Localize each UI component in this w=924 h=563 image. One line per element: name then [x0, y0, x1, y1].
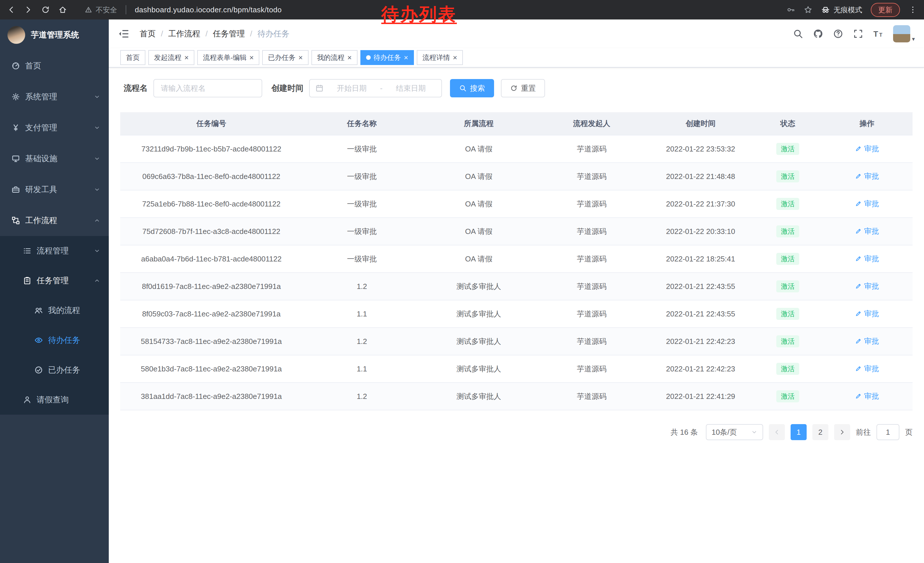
pager: 12 [769, 424, 850, 440]
cell-initiator: 芋道源码 [536, 218, 647, 245]
back-icon[interactable] [7, 6, 15, 14]
approve-link[interactable]: 审批 [855, 391, 879, 401]
address-bar[interactable]: dashboard.yudao.iocoder.cn/bpm/task/todo [135, 6, 282, 14]
sidebar-item-5[interactable]: 工作流程 [0, 205, 109, 236]
breadcrumb-item-0[interactable]: 首页 [140, 29, 156, 39]
approve-link[interactable]: 审批 [855, 309, 879, 319]
table-row-4: a6aba0a4-7b6d-11ec-b781-acde48001122一级审批… [120, 245, 912, 273]
status-badge: 激活 [776, 253, 799, 265]
close-icon[interactable]: × [453, 54, 457, 61]
sidebar-fold-icon[interactable] [118, 28, 129, 39]
approve-link[interactable]: 审批 [855, 336, 879, 346]
security-indicator[interactable]: 不安全 [85, 5, 117, 15]
search-icon[interactable] [793, 29, 803, 39]
logo-image [8, 26, 25, 44]
tab-5[interactable]: 待办任务× [360, 50, 414, 65]
update-button[interactable]: 更新 [871, 3, 900, 17]
font-size-icon[interactable]: TT [873, 29, 884, 39]
process-name-label: 流程名 [124, 83, 148, 94]
close-icon[interactable]: × [184, 54, 189, 61]
tab-label: 发起流程 [154, 53, 182, 62]
sidebar-item-8[interactable]: 我的流程 [0, 296, 109, 325]
forward-icon[interactable] [24, 6, 33, 14]
reset-button[interactable]: 重置 [501, 79, 545, 98]
approve-link[interactable]: 审批 [855, 226, 879, 236]
page-unit-label: 页 [905, 427, 912, 437]
cell-created: 2022-01-21 22:43:55 [647, 300, 754, 327]
sidebar-item-2[interactable]: 支付管理 [0, 112, 109, 143]
fullscreen-icon[interactable] [853, 29, 863, 39]
yen-icon [12, 123, 20, 132]
search-button[interactable]: 搜索 [450, 79, 494, 98]
annotation-text: 待办列表 [381, 2, 457, 26]
sidebar-item-10[interactable]: 已办任务 [0, 355, 109, 385]
total-count: 共 16 条 [670, 427, 698, 437]
breadcrumb-item-1[interactable]: 工作流程 [168, 29, 200, 39]
tab-6[interactable]: 流程详情× [417, 50, 463, 65]
browser-toolbar: 不安全 dashboard.yudao.iocoder.cn/bpm/task/… [0, 0, 924, 20]
approve-link[interactable]: 审批 [855, 171, 879, 181]
star-icon[interactable] [804, 6, 812, 14]
next-page-button[interactable] [834, 424, 850, 440]
close-icon[interactable]: × [298, 54, 303, 61]
page-size-select[interactable]: 10条/页 [706, 424, 763, 440]
close-icon[interactable]: × [249, 54, 254, 61]
github-icon[interactable] [813, 29, 823, 39]
column-header-3: 流程发起人 [536, 112, 647, 135]
home-icon[interactable] [58, 6, 67, 14]
sidebar-item-1[interactable]: 系统管理 [0, 81, 109, 112]
approve-label: 审批 [864, 144, 879, 154]
cell-task-id: 069c6a63-7b8a-11ec-8ef0-acde48001122 [120, 163, 303, 190]
cell-process: OA 请假 [422, 245, 536, 273]
tab-1[interactable]: 发起流程× [148, 50, 194, 65]
key-icon[interactable] [787, 6, 795, 14]
tab-label: 首页 [126, 53, 140, 62]
close-icon[interactable]: × [348, 54, 352, 61]
sidebar-item-4[interactable]: 研发工具 [0, 174, 109, 205]
sidebar-item-0[interactable]: 首页 [0, 50, 109, 81]
approve-link[interactable]: 审批 [855, 199, 879, 209]
chevron-down-icon [94, 125, 100, 131]
avatar[interactable] [893, 25, 910, 42]
toolbox-icon [12, 185, 20, 194]
column-header-2: 所属流程 [422, 112, 536, 135]
sidebar-item-9[interactable]: 待办任务 [0, 325, 109, 355]
date-range-picker[interactable]: 开始日期 - 结束日期 [309, 79, 442, 98]
app-title: 芋道管理系统 [31, 30, 79, 41]
status-badge: 激活 [776, 198, 799, 210]
process-name-input[interactable] [153, 79, 262, 98]
tab-4[interactable]: 我的流程× [311, 50, 357, 65]
page-button-2[interactable]: 2 [812, 424, 828, 440]
page-button-1[interactable]: 1 [790, 424, 807, 440]
sidebar-item-6[interactable]: 流程管理 [0, 236, 109, 266]
sidebar-item-7[interactable]: 任务管理 [0, 266, 109, 296]
kebab-menu-icon[interactable] [909, 6, 917, 14]
approve-link[interactable]: 审批 [855, 364, 879, 374]
cell-initiator: 芋道源码 [536, 190, 647, 218]
approve-link[interactable]: 审批 [855, 144, 879, 154]
tab-2[interactable]: 流程表单-编辑× [197, 50, 260, 65]
pencil-icon [855, 255, 862, 262]
help-icon[interactable] [833, 29, 843, 39]
user-menu[interactable]: ▾ [893, 25, 915, 42]
tab-3[interactable]: 已办任务× [262, 50, 308, 65]
approve-link[interactable]: 审批 [855, 281, 879, 291]
breadcrumb-separator: / [250, 29, 252, 38]
reload-icon[interactable] [41, 6, 50, 14]
prev-page-button[interactable] [769, 424, 785, 440]
column-header-0: 任务编号 [120, 112, 303, 135]
column-header-5: 状态 [754, 112, 821, 135]
sidebar-item-label: 待办任务 [48, 335, 80, 346]
close-icon[interactable]: × [404, 54, 408, 61]
approve-link[interactable]: 审批 [855, 254, 879, 264]
breadcrumb-item-2[interactable]: 任务管理 [213, 29, 245, 39]
tab-0[interactable]: 首页 [120, 50, 146, 65]
cell-initiator: 芋道源码 [536, 355, 647, 383]
approve-label: 审批 [864, 391, 879, 401]
start-date-placeholder: 开始日期 [327, 83, 377, 93]
app-logo[interactable]: 芋道管理系统 [0, 20, 109, 50]
sidebar-item-11[interactable]: 请假查询 [0, 385, 109, 415]
table-row-8: 580e1b3d-7ac8-11ec-a9e2-a2380e71991a1.1测… [120, 355, 912, 383]
goto-page-input[interactable] [876, 424, 899, 440]
sidebar-item-3[interactable]: 基础设施 [0, 143, 109, 174]
